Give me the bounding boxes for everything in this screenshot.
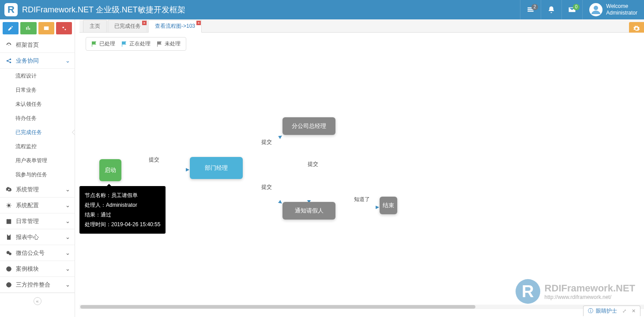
sidebar-item-label: 系统配置 <box>16 201 39 209</box>
group-icon <box>4 234 13 240</box>
sidebar-collapse-button[interactable]: « <box>0 293 75 309</box>
svg-point-4 <box>10 58 11 60</box>
sidebar-item-label: 框架首页 <box>16 41 39 49</box>
svg-point-8 <box>9 253 11 255</box>
gear-icon <box>633 25 640 32</box>
sidebar-group[interactable]: 系统管理⌄ <box>0 182 75 198</box>
tab-bar: 主页已完成任务×查看流程图->103× <box>79 19 644 33</box>
tab-close-button[interactable]: × <box>142 21 147 25</box>
flow-node-branch_gm[interactable]: 分公司总经理 <box>282 117 335 135</box>
sidebar-item-label: 三方控件整合 <box>16 281 50 289</box>
sidebar-group[interactable]: 微信公众号⌄ <box>0 245 75 261</box>
bell-icon <box>547 6 555 14</box>
tab[interactable]: 查看流程图->103× <box>148 20 202 33</box>
sidebar-sub-item[interactable]: 已完成任务 <box>0 125 75 139</box>
svg-point-5 <box>10 61 11 63</box>
legend-unprocessed: 未处理 <box>157 40 181 48</box>
user-text: Welcome Administrator <box>606 3 637 16</box>
tool-settings[interactable] <box>56 22 72 34</box>
tab[interactable]: 已完成任务× <box>108 20 147 32</box>
chevron-down-icon: ⌄ <box>65 265 70 272</box>
tab[interactable]: 主页 <box>83 20 107 32</box>
node-tooltip: 节点名称：员工请假单 处理人：Administrator 结果：通过 处理时间：… <box>79 186 166 234</box>
svg-point-2 <box>64 29 66 30</box>
mail-badge: 0 <box>573 4 580 10</box>
legend-processed: 已处理 <box>91 40 115 48</box>
sidebar-toolbar <box>0 19 75 37</box>
sidebar-group[interactable]: 三方控件整合⌄ <box>0 277 75 293</box>
tooltip-result: 结果：通过 <box>85 210 160 220</box>
sidebar-item-label: 案例模块 <box>16 265 39 273</box>
header-actions: 2 0 Welcome Administrator <box>520 0 644 19</box>
flow-node-notify[interactable]: 通知请假人 <box>282 202 335 220</box>
sidebar-sub-item[interactable]: 用户表单管理 <box>0 153 75 168</box>
chevron-down-icon: ⌄ <box>65 234 70 240</box>
tool-card[interactable] <box>38 22 54 34</box>
sidebar-item-label: 日常管理 <box>16 217 39 225</box>
flow-node-dept_mgr[interactable]: 部门经理 <box>190 157 243 179</box>
diagram-edges <box>79 55 644 276</box>
tooltip-node-name: 节点名称：员工请假单 <box>85 190 160 200</box>
flag-icon <box>157 41 163 47</box>
chevron-down-icon: ⌄ <box>65 57 70 64</box>
username-label: Administrator <box>606 10 637 16</box>
tool-edit[interactable] <box>3 22 19 34</box>
expand-icon[interactable]: ⤢ <box>622 308 626 314</box>
legend-box: 已处理 正在处理 未处理 <box>86 37 186 51</box>
cogs-icon <box>61 25 67 31</box>
sidebar-sub-item[interactable]: 流程监控 <box>0 139 75 153</box>
sidebar-home[interactable]: 框架首页 <box>0 37 75 53</box>
sidebar-sub-item[interactable]: 日常业务 <box>0 83 75 97</box>
logo: R <box>4 3 18 16</box>
tab-close-button[interactable]: × <box>196 21 201 25</box>
sidebar-item-label: 业务协同 <box>16 57 39 65</box>
edge-label: 知道了 <box>353 196 371 203</box>
notifications-button[interactable] <box>541 0 561 19</box>
horizontal-scrollbar[interactable] <box>79 305 644 309</box>
svg-point-10 <box>8 268 10 270</box>
group-icon <box>4 266 13 272</box>
messages-badge: 2 <box>531 4 539 10</box>
legend-processing: 正在处理 <box>121 40 151 48</box>
sidebar-sub-item[interactable]: 待办任务 <box>0 111 75 125</box>
svg-point-1 <box>62 27 64 29</box>
group-icon <box>4 218 13 224</box>
eye-care-widget[interactable]: ⓘ 眼睛护士 ⤢ ✕ <box>583 306 640 316</box>
user-menu[interactable]: Welcome Administrator <box>582 0 644 19</box>
svg-point-3 <box>7 60 8 62</box>
widget-label: 眼睛护士 <box>596 307 617 315</box>
group-icon <box>4 186 13 193</box>
sidebar-item-label: 报表中心 <box>16 233 39 241</box>
mail-button[interactable]: 0 <box>561 0 582 19</box>
content-area: 已处理 正在处理 未处理 启动部门经理分公司总经理通知请假人结束 提交提交提交提… <box>79 33 644 317</box>
bars-icon <box>25 25 31 31</box>
tool-stats[interactable] <box>20 22 36 34</box>
chevron-down-icon: ⌄ <box>65 218 70 224</box>
svg-point-6 <box>8 204 10 206</box>
sidebar-sub-item[interactable]: 未认领任务 <box>0 97 75 111</box>
messages-button[interactable]: 2 <box>520 0 541 19</box>
scrollbar-thumb[interactable] <box>80 305 475 309</box>
flow-node-end[interactable]: 结束 <box>380 197 397 214</box>
sidebar-group[interactable]: 系统配置⌄ <box>0 198 75 213</box>
sidebar-group[interactable]: 日常管理⌄ <box>0 213 75 229</box>
info-icon: ⓘ <box>588 307 593 315</box>
flow-node-start[interactable]: 启动 <box>99 159 121 181</box>
chevron-down-icon: ⌄ <box>65 202 70 209</box>
group-icon <box>4 202 13 209</box>
sidebar-group[interactable]: 报表中心⌄ <box>0 229 75 245</box>
chevron-down-icon: ⌄ <box>65 186 70 193</box>
welcome-label: Welcome <box>606 3 637 10</box>
sidebar-sub-item[interactable]: 流程设计 <box>0 69 75 83</box>
edge-label: 提交 <box>260 183 273 191</box>
sidebar: 框架首页 业务协同 ⌄ 流程设计日常业务未认领任务待办任务已完成任务流程监控用户… <box>0 19 75 317</box>
pencil-icon <box>8 25 14 31</box>
chevron-down-icon: ⌄ <box>65 281 70 288</box>
close-icon[interactable]: ✕ <box>632 308 636 314</box>
sidebar-sub-item[interactable]: 我参与的任务 <box>0 168 75 182</box>
tooltip-handler: 处理人：Administrator <box>85 200 160 210</box>
sidebar-workflow[interactable]: 业务协同 ⌄ <box>0 53 75 69</box>
workflow-diagram: 启动部门经理分公司总经理通知请假人结束 提交提交提交提交知道了 节点名称：员工请… <box>79 55 644 276</box>
sidebar-group[interactable]: 案例模块⌄ <box>0 261 75 277</box>
dashboard-icon <box>4 42 13 48</box>
